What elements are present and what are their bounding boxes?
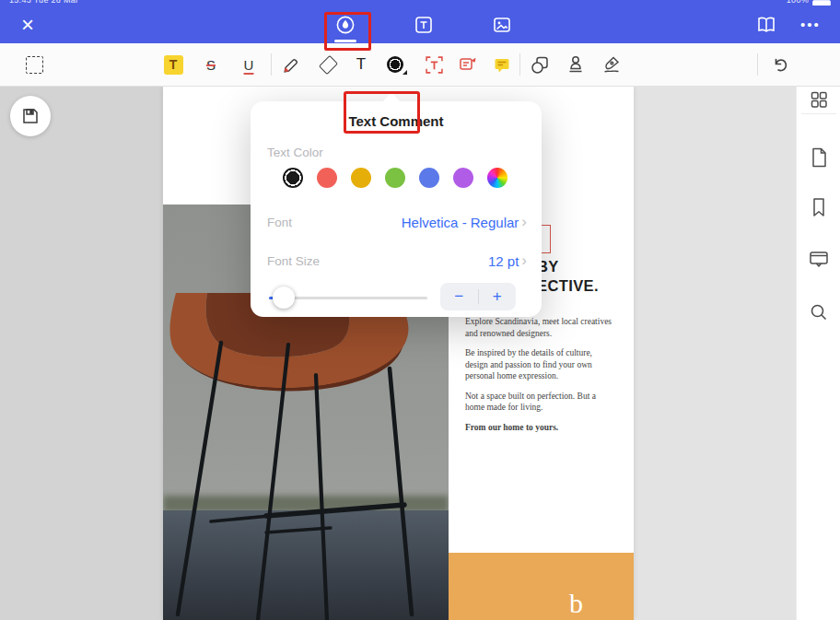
battery-icon [812,0,831,6]
save-button[interactable] [10,96,51,136]
font-size-value: 12 pt [488,253,519,269]
document-paragraph: From our home to yours. [465,422,612,434]
font-value: Helvetica - Regular [402,215,519,230]
color-swatch-rainbow[interactable] [487,168,508,188]
active-tab-highlight-box [324,12,371,51]
document-heading: BY ECTIVE. [537,257,599,296]
underline-tool[interactable]: U [231,43,266,86]
footer-logo-letter: b [569,588,583,619]
color-swatch-yellow[interactable] [351,168,371,188]
font-size-slider[interactable] [269,286,427,310]
status-time-date: 15:43 Tue 26 Mar [9,0,78,5]
color-dot-icon [387,56,403,73]
marquee-select-tool[interactable] [17,43,52,86]
shapes-tool[interactable] [522,43,557,86]
search-button[interactable] [797,301,840,323]
heading-line-1: BY [537,257,599,276]
toolbar-separator [271,53,272,76]
decrease-button[interactable]: − [440,287,478,306]
highlight-icon: T [164,55,183,75]
eraser-icon [318,54,337,74]
increase-button[interactable]: + [479,287,517,306]
strikethrough-icon: S [206,57,216,73]
document-paragraph: Not a space built on perfection. But a h… [465,391,612,414]
stamp-icon [566,54,586,75]
annotation-toolbar: T S U T [0,43,840,87]
thumbnails-button[interactable] [797,89,840,110]
bookmark-icon [808,195,830,219]
text-color-tool[interactable] [378,43,413,86]
color-swatch-blue[interactable] [419,168,439,188]
highlight-tool[interactable]: T [156,43,191,86]
close-button[interactable]: × [7,6,48,43]
font-value-button[interactable]: Helvetica - Regular › [402,213,527,231]
pages-button[interactable] [797,146,840,170]
color-swatch-purple[interactable] [453,168,473,188]
textbox-tool[interactable] [416,43,451,86]
search-icon [808,301,830,323]
font-size-label: Font Size [267,254,320,268]
image-tab-icon [491,14,513,36]
orange-footer-block: b [449,553,634,620]
chevron-right-icon: › [521,252,527,270]
font-label: Font [267,216,292,229]
right-sidebar [796,87,840,620]
color-swatch-red[interactable] [317,168,337,188]
ellipsis-icon: ••• [800,17,821,32]
toolbar-separator [757,53,758,76]
bookmarks-button[interactable] [797,195,840,219]
active-tool-highlight-box [344,91,420,134]
sticky-note-tool[interactable] [484,43,519,86]
underline-icon: U [244,57,254,73]
text-tab-icon [413,14,435,36]
signature-pen-icon [601,54,622,75]
more-options-button[interactable]: ••• [790,6,831,43]
toolbar-separator [519,53,520,76]
shapes-icon [530,54,551,76]
tab-text[interactable] [403,6,444,43]
document-paragraphs: Explore Scandinavia, meet local creative… [465,316,612,441]
pencil-tool[interactable] [273,43,308,86]
status-battery-percent: 100% [787,0,809,5]
pencil-icon [280,54,300,75]
text-color-label: Text Color [267,146,323,159]
comments-button[interactable] [797,248,840,270]
page-icon [808,146,830,170]
sticky-note-icon [492,54,512,75]
slider-thumb[interactable] [273,287,295,309]
heading-line-2: ECTIVE. [537,276,599,296]
textbox-icon [425,55,444,75]
strikethrough-tool[interactable]: S [193,43,228,86]
marquee-select-icon [26,56,43,74]
active-tab-underline [334,40,356,42]
comment-panel-icon [807,248,831,270]
document-paragraph: Be inspired by the details of culture, d… [465,347,612,382]
undo-button[interactable] [759,43,799,86]
color-swatch-row [283,168,508,188]
top-app-bar: × [0,6,840,43]
book-icon [754,14,778,36]
document-paragraph: Explore Scandinavia, meet local creative… [465,316,612,339]
callout-tool[interactable] [450,43,485,86]
tab-image[interactable] [482,6,522,43]
reader-mode-button[interactable] [746,6,787,43]
text-comment-popup: Text Comment Text Color Font Helvetica -… [251,101,542,317]
grid-icon [809,89,829,110]
save-floppy-icon [20,106,41,126]
left-margin [0,87,163,620]
font-size-stepper: − + [440,283,516,310]
status-bar: 15:43 Tue 26 Mar 100% [0,0,840,6]
color-swatch-black[interactable] [283,168,303,188]
close-icon: × [21,12,34,38]
color-swatch-green[interactable] [385,168,405,188]
signature-tool[interactable] [594,43,629,86]
text-comment-icon: T [356,55,366,74]
sidebar-divider [801,113,836,114]
font-size-value-button[interactable]: 12 pt › [488,252,527,270]
callout-icon [458,54,478,75]
stamp-tool[interactable] [558,43,593,86]
chevron-right-icon: › [521,213,527,231]
undo-icon [769,54,789,75]
